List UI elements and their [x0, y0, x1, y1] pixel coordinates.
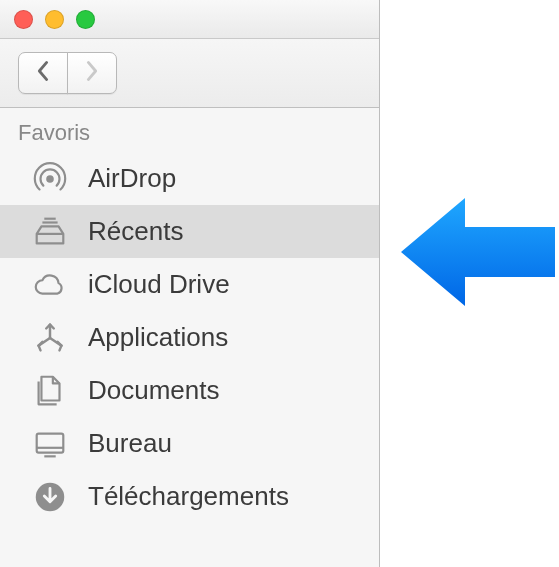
sidebar-item-recents[interactable]: Récents: [0, 205, 379, 258]
svg-line-10: [60, 345, 62, 350]
airdrop-icon: [30, 159, 70, 199]
close-window-button[interactable]: [14, 10, 33, 29]
chevron-right-icon: [83, 60, 101, 86]
documents-icon: [30, 371, 70, 411]
forward-button[interactable]: [67, 52, 117, 94]
sidebar-item-applications[interactable]: Applications: [0, 311, 379, 364]
finder-window: Favoris AirDrop Récents: [0, 0, 380, 567]
sidebar-item-documents[interactable]: Documents: [0, 364, 379, 417]
cloud-icon: [30, 265, 70, 305]
svg-rect-13: [37, 433, 64, 452]
sidebar-section-title: Favoris: [0, 114, 379, 152]
recents-icon: [30, 212, 70, 252]
sidebar-item-airdrop[interactable]: AirDrop: [0, 152, 379, 205]
chevron-left-icon: [34, 60, 52, 86]
sidebar-item-label: iCloud Drive: [88, 269, 230, 300]
toolbar: [0, 39, 379, 108]
titlebar: [0, 0, 379, 39]
sidebar: Favoris AirDrop Récents: [0, 108, 379, 567]
sidebar-item-desktop[interactable]: Bureau: [0, 417, 379, 470]
sidebar-item-icloud[interactable]: iCloud Drive: [0, 258, 379, 311]
sidebar-item-label: Documents: [88, 375, 220, 406]
callout-arrow-icon: [395, 192, 555, 316]
sidebar-item-label: Applications: [88, 322, 228, 353]
sidebar-item-label: Bureau: [88, 428, 172, 459]
sidebar-item-label: Récents: [88, 216, 183, 247]
zoom-window-button[interactable]: [76, 10, 95, 29]
applications-icon: [30, 318, 70, 358]
sidebar-item-downloads[interactable]: Téléchargements: [0, 470, 379, 523]
sidebar-item-label: Téléchargements: [88, 481, 289, 512]
sidebar-item-label: AirDrop: [88, 163, 176, 194]
downloads-icon: [30, 477, 70, 517]
minimize-window-button[interactable]: [45, 10, 64, 29]
back-button[interactable]: [18, 52, 68, 94]
nav-button-group: [18, 52, 117, 94]
svg-line-8: [39, 345, 41, 350]
desktop-icon: [30, 424, 70, 464]
svg-point-0: [46, 175, 54, 183]
